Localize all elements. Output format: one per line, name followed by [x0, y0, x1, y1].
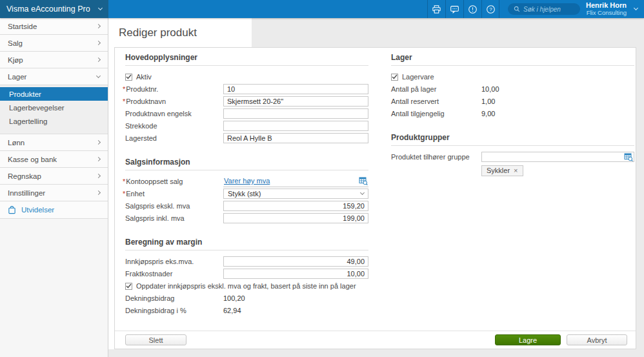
sidebar-item-utvidelser[interactable]: Utvidelser	[0, 201, 108, 219]
lagersted-row: Lagersted	[125, 133, 368, 143]
antall-pa-lager-value: 10,00	[481, 85, 499, 93]
strekkode-input[interactable]	[223, 121, 368, 131]
edit-product-card: Hovedopplysninger Aktiv *Produktnr.	[114, 47, 636, 349]
lagervare-label: Lagervare	[402, 73, 434, 81]
section-produktgrupper: Produktgrupper	[391, 128, 634, 146]
lagersted-input[interactable]	[223, 133, 368, 143]
sidebar-item-label: Startside	[8, 23, 37, 30]
enhet-row: *Enhet Stykk (stk)	[125, 189, 368, 199]
oppdater-innkjopspris-row: Oppdater innkjøpspris ekskl. mva og frak…	[125, 281, 368, 291]
salgspris-ekskl-input[interactable]	[223, 201, 368, 211]
produktgruppe-input[interactable]	[481, 152, 634, 162]
sidebar-item-startside[interactable]: Startside	[0, 18, 108, 35]
print-button[interactable]	[427, 0, 445, 18]
help-search-input[interactable]: Søk i hjelpen	[508, 3, 580, 15]
required-marker: *	[123, 85, 125, 93]
produktgruppe-lookup-button[interactable]	[624, 153, 633, 161]
antall-pa-lager-label: Antall på lager	[391, 85, 481, 93]
antall-tilgjengelig-label: Antall tilgjengelig	[391, 110, 481, 117]
delete-button[interactable]: Slett	[125, 334, 186, 345]
sidebar-item-kasse-og-bank[interactable]: Kasse og bank	[0, 151, 108, 168]
sidebar-item-label: Utvidelser	[21, 206, 54, 214]
sidebar-item-innstillinger[interactable]: Innstillinger	[0, 185, 108, 201]
background-strip	[252, 18, 644, 47]
help-button[interactable]: ?	[481, 0, 499, 18]
chevron-down-icon	[98, 6, 103, 10]
salgspris-inkl-input[interactable]	[223, 213, 368, 223]
chevron-down-icon[interactable]	[634, 6, 638, 10]
enhet-select[interactable]: Stykk (stk)	[223, 189, 368, 199]
sidebar-item-label: Salg	[8, 39, 23, 47]
kontooppsett-link[interactable]: Varer høy mva	[224, 177, 270, 185]
required-marker: *	[123, 190, 125, 198]
sidebar-item-kjop[interactable]: Kjøp	[0, 52, 108, 68]
sidebar-item-lonn[interactable]: Lønn	[0, 134, 108, 151]
lagervare-row: Lagervare	[391, 72, 634, 82]
user-name: Henrik Horn	[586, 1, 627, 10]
visma-eaccounting-app: Visma eAccounting Pro	[0, 0, 644, 357]
salgspris-inkl-label: Salgspris inkl. mva	[125, 214, 223, 222]
notifications-button[interactable]	[463, 0, 481, 18]
fraktkostnader-row: Fraktkostnader	[125, 269, 368, 279]
lookup-icon[interactable]	[359, 177, 368, 185]
kontooppsett-row: *Kontooppsett salg Varer høy mva	[125, 176, 368, 187]
chevron-right-icon	[96, 24, 101, 28]
dekningsbidrag-pct-value: 62,94	[223, 307, 241, 314]
sidebar-subitem-lagertelling[interactable]: Lagertelling	[0, 114, 108, 128]
save-button[interactable]: Lagre	[495, 334, 561, 345]
chevron-down-icon	[360, 190, 365, 195]
sidebar-item-label: Lager	[8, 73, 26, 81]
form-column-right: Lager Lagervare Antall på lager 10,00	[391, 48, 634, 176]
lookup-icon	[624, 153, 633, 161]
antall-reservert-value: 1,00	[481, 97, 495, 105]
user-company: Flix Consulting	[586, 10, 627, 17]
shopping-bag-icon	[8, 205, 16, 214]
salgspris-ekskl-row: Salgspris ekskl. mva	[125, 201, 368, 211]
produktgruppe-row: Produktet tilhører gruppe	[391, 152, 634, 162]
sidebar: Startside Salg Kjøp Lager Produkter L	[0, 18, 108, 357]
help-icon: ?	[486, 5, 496, 14]
salgspris-inkl-row: Salgspris inkl. mva	[125, 213, 368, 223]
search-icon	[514, 6, 520, 12]
innkjopspris-input[interactable]	[223, 256, 368, 267]
oppdater-innkjopspris-label: Oppdater innkjøpspris ekskl. mva og frak…	[136, 282, 356, 290]
chevron-right-icon	[96, 157, 101, 161]
lagervare-checkbox[interactable]	[391, 74, 398, 81]
checkmark-icon	[392, 74, 397, 79]
sidebar-item-regnskap[interactable]: Regnskap	[0, 168, 108, 185]
main-content: Rediger produkt Hovedopplysninger Aktiv	[108, 18, 644, 357]
salgspris-ekskl-label: Salgspris ekskl. mva	[125, 202, 223, 210]
alert-icon	[468, 5, 478, 14]
produktnr-input[interactable]	[223, 84, 368, 94]
aktiv-checkbox[interactable]	[125, 74, 132, 81]
sidebar-item-label: Regnskap	[8, 172, 41, 180]
produktnavn-input[interactable]	[223, 96, 368, 107]
oppdater-innkjopspris-checkbox[interactable]	[125, 283, 132, 290]
feedback-button[interactable]	[445, 0, 463, 18]
sidebar-item-label: Kasse og bank	[8, 156, 57, 163]
antall-tilgjengelig-value: 9,00	[481, 110, 495, 117]
dekningsbidrag-label: Dekningsbidrag	[125, 294, 223, 302]
user-menu[interactable]: Henrik Horn Flix Consulting	[586, 1, 627, 17]
sidebar-item-lager[interactable]: Lager	[0, 68, 108, 85]
remove-tag-icon[interactable]: ×	[514, 167, 518, 174]
sidebar-subitem-produkter[interactable]: Produkter	[0, 87, 108, 101]
edit-product-form: Hovedopplysninger Aktiv *Produktnr.	[115, 48, 636, 330]
chevron-down-icon	[96, 73, 101, 77]
produktgruppe-field	[481, 152, 634, 162]
app-switcher[interactable]: Visma eAccounting Pro	[0, 0, 108, 18]
produktgruppe-tags: Sykkler ×	[481, 164, 634, 176]
sidebar-subitem-lagerbevegelser[interactable]: Lagerbevegelser	[0, 101, 108, 114]
tag-label: Sykkler	[487, 167, 510, 174]
fraktkostnader-input[interactable]	[223, 269, 368, 279]
lagersted-label: Lagersted	[125, 134, 223, 142]
innkjopspris-label: Innkjøpspris eks.mva.	[125, 258, 223, 265]
dekningsbidrag-pct-row: Dekningsbidrag i % 62,94	[125, 305, 368, 316]
sidebar-item-salg[interactable]: Salg	[0, 35, 108, 52]
background-strip	[108, 349, 644, 357]
produktnavn-row: *Produktnavn	[125, 96, 368, 107]
section-lager: Lager	[391, 48, 634, 66]
produktnavn-engelsk-input[interactable]	[223, 108, 368, 119]
app-title: Visma eAccounting Pro	[6, 5, 92, 14]
cancel-button[interactable]: Avbryt	[567, 334, 627, 345]
